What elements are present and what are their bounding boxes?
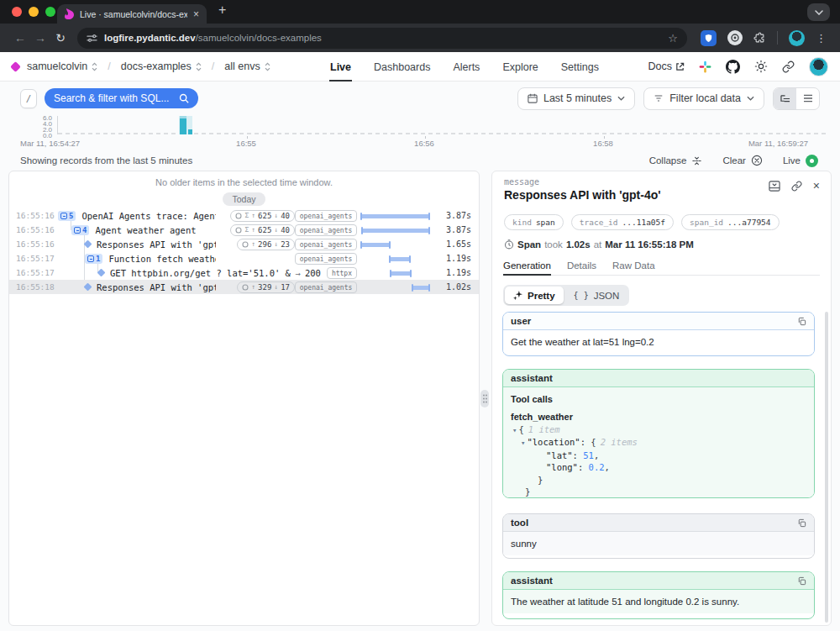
extensions-puzzle-icon[interactable] — [753, 32, 766, 45]
github-icon[interactable] — [726, 60, 740, 74]
copy-link-icon[interactable] — [791, 181, 802, 192]
histogram-bar[interactable] — [180, 118, 186, 134]
trace-row-agent-workflow[interactable]: 16:55:16 5 OpenAI Agents trace: Agent wo… — [9, 208, 479, 223]
tab-search-button[interactable] — [807, 3, 830, 21]
tab-close-icon[interactable]: × — [193, 9, 199, 19]
span-diamond-icon — [84, 283, 92, 292]
span-name: Agent weather agent — [95, 225, 196, 235]
span-id-pill[interactable]: span_id...a77954 — [681, 214, 780, 230]
expand-caret-icon[interactable]: ▾ — [512, 426, 517, 434]
span-timing: Spantook1.02satMar 11 16:55:18 PM — [504, 239, 694, 250]
env-selector[interactable]: all envs — [224, 60, 260, 72]
clear-button[interactable]: Clear — [722, 155, 762, 166]
forward-icon[interactable]: → — [30, 31, 50, 45]
chevron-down-icon — [747, 96, 754, 101]
time-range-dropdown[interactable]: Last 5 minutes — [517, 87, 635, 110]
expand-caret-icon[interactable]: ▾ — [521, 439, 525, 447]
sparkle-icon — [513, 291, 522, 300]
panel-scrollbar[interactable] — [825, 312, 828, 623]
panel-resize-handle[interactable] — [480, 390, 489, 408]
copy-icon[interactable] — [797, 317, 806, 326]
http-arrow-icon: → — [296, 268, 301, 278]
share-link-icon[interactable] — [782, 60, 795, 73]
detail-title: Responses API with 'gpt-4o' — [504, 188, 661, 202]
message-text: Get the weather at lat=51 lng=0.2 — [503, 330, 814, 354]
search-input[interactable]: Search & filter with SQL... — [45, 88, 198, 108]
dock-panel-icon[interactable] — [769, 181, 780, 192]
duration-bar-track — [360, 280, 436, 294]
trace-row-weather-agent[interactable]: 16:55:16 4 Agent weather agent Σ ↑625 ↓4… — [9, 223, 479, 237]
close-window-button[interactable] — [12, 7, 22, 17]
browser-menu-icon[interactable]: ⋮ — [816, 32, 827, 45]
collapse-count-badge[interactable]: 1 — [85, 254, 102, 264]
back-icon[interactable]: ← — [10, 31, 30, 45]
app-nav: Live Dashboards Alerts Explore Settings — [329, 52, 600, 82]
duration-bar — [360, 214, 430, 218]
org-selector[interactable]: samuelcolvin — [27, 60, 87, 72]
token-usage-pill: Σ ↑625 ↓40 — [230, 210, 295, 222]
histogram-bar-small[interactable] — [188, 129, 192, 134]
close-panel-icon[interactable]: × — [813, 180, 820, 192]
span-name: Function fetch_weather — [108, 254, 216, 264]
trace-row-responses-api-1[interactable]: 16:55:16 Responses API with 'gpt-4o' ↑29… — [9, 237, 479, 251]
nav-explore[interactable]: Explore — [501, 52, 538, 82]
maximize-window-button[interactable] — [45, 7, 55, 17]
sort-arrows-icon — [265, 62, 270, 71]
view-mode-toggle — [773, 87, 820, 110]
external-link-icon — [675, 62, 685, 71]
openai-icon — [242, 284, 249, 291]
nav-dashboards[interactable]: Dashboards — [373, 52, 431, 82]
browser-profile-avatar[interactable] — [789, 30, 805, 46]
trace-row-http-get[interactable]: 16:55:17 GET httpbin.org/get ? lat='51.0… — [9, 266, 479, 280]
tree-view-button[interactable] — [774, 88, 796, 109]
duration-label: 1.02s — [436, 282, 471, 292]
bookmark-star-icon[interactable]: ☆ — [668, 32, 678, 45]
collapse-vertical-icon — [691, 155, 702, 166]
json-toggle-button[interactable]: { } JSON — [565, 287, 628, 304]
copy-icon[interactable] — [797, 518, 806, 528]
reload-icon[interactable]: ↻ — [50, 31, 71, 45]
live-toggle[interactable]: Live — [783, 155, 818, 167]
duration-bar-track — [360, 251, 436, 266]
filter-icon — [654, 93, 664, 103]
extension-icon[interactable] — [727, 30, 743, 45]
tab-generation[interactable]: Generation — [503, 255, 551, 275]
theme-sun-icon[interactable] — [754, 60, 768, 73]
slack-icon[interactable] — [699, 60, 711, 73]
histogram-plot-area[interactable] — [57, 116, 827, 134]
message-card-tool: tool sunny — [502, 513, 815, 559]
duration-bar-track — [360, 266, 436, 280]
trace-row-fetch-weather[interactable]: 16:55:17 1 Function fetch_weather openai… — [9, 251, 479, 266]
list-view-button[interactable] — [796, 88, 819, 109]
docs-link[interactable]: Docs — [648, 60, 685, 72]
tab-raw-data[interactable]: Raw Data — [612, 255, 655, 275]
records-histogram[interactable]: 6.0 4.0 2.0 0.0 Mar 11, 16:54:27 16:55 1… — [0, 114, 840, 151]
duration-label: 1.19s — [436, 268, 471, 277]
user-avatar[interactable] — [809, 57, 828, 76]
nav-alerts[interactable]: Alerts — [452, 52, 480, 82]
collapse-count-badge[interactable]: 5 — [58, 211, 76, 221]
message-text: sunny — [503, 532, 814, 555]
tab-details[interactable]: Details — [567, 255, 596, 275]
address-bar[interactable]: logfire.pydantic.dev/samuelcolvin/docs-e… — [77, 28, 687, 49]
minimize-window-button[interactable] — [29, 7, 39, 17]
filter-local-dropdown[interactable]: Filter local data — [643, 87, 764, 110]
project-selector[interactable]: docs-examples — [121, 60, 192, 72]
nav-settings[interactable]: Settings — [560, 52, 600, 82]
pretty-toggle-button[interactable]: Pretty — [505, 287, 564, 304]
browser-tab[interactable]: Live · samuelcolvin/docs-exa × — [57, 4, 207, 24]
scope-tag: openai_agents — [295, 224, 358, 236]
tool-args-json-tree[interactable]: ▾{1 item ▾"location": {2 items "lat": 51… — [511, 423, 806, 497]
http-status-code: 200 — [305, 268, 321, 278]
nav-live[interactable]: Live — [329, 52, 352, 82]
copy-icon[interactable] — [797, 576, 806, 586]
bitwarden-extension-icon[interactable] — [701, 30, 717, 46]
trace-row-responses-api-2-selected[interactable]: 16:55:18 Responses API with 'gpt-4o' ↑32… — [9, 280, 479, 294]
site-settings-icon[interactable] — [87, 33, 97, 44]
chevron-down-icon — [815, 10, 823, 15]
duration-bar — [389, 257, 411, 261]
collapse-button[interactable]: Collapse — [649, 155, 703, 166]
collapse-count-badge[interactable]: 4 — [71, 225, 89, 235]
new-tab-button[interactable]: + — [218, 3, 226, 18]
trace-id-pill[interactable]: trace_id...11a05f — [571, 214, 674, 230]
